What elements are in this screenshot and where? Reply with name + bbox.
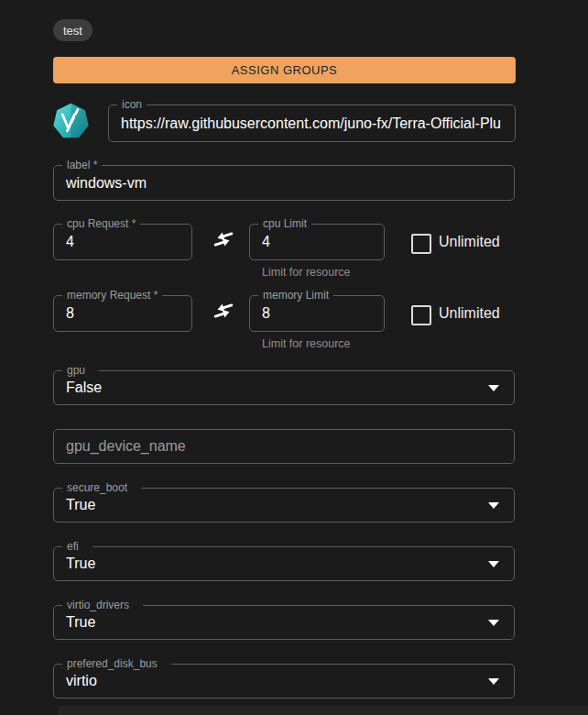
test-chip[interactable]: test (53, 19, 93, 41)
assign-groups-button[interactable]: ASSIGN GROUPS (53, 57, 516, 83)
label-input[interactable] (54, 166, 514, 200)
virtio-drivers-select-value: True (66, 614, 95, 631)
prefered-disk-bus-select-label: prefered_disk_bus (62, 657, 171, 671)
cpu-request-field[interactable]: cpu Request * (53, 224, 192, 260)
gpu-device-name-input[interactable] (54, 430, 514, 463)
memory-limit-field[interactable]: memory Limit (249, 295, 385, 332)
converge-arrows-icon[interactable] (210, 299, 237, 323)
cpu-unlimited-checkbox[interactable] (411, 234, 431, 254)
label-field[interactable]: label * (53, 165, 515, 201)
memory-limit-helper-text: Limit for resource (262, 337, 351, 350)
memory-limit-input[interactable] (250, 296, 384, 331)
secure-boot-select-value: True (66, 497, 95, 513)
cpu-request-input[interactable] (54, 225, 191, 259)
caret-down-icon (488, 620, 499, 626)
cpu-unlimited-label: Unlimited (439, 234, 500, 250)
icon-url-input[interactable] (109, 105, 515, 141)
memory-request-input[interactable] (54, 296, 191, 331)
cpu-limit-field[interactable]: cpu Limit (249, 224, 385, 260)
terra-vm-logo-icon (51, 102, 91, 141)
secure-boot-select-label: secure_boot (62, 481, 141, 495)
plugin-config-form: test ASSIGN GROUPS icon label * cpu Requ… (0, 0, 588, 715)
virtio-drivers-select-label: virtio_drivers (62, 599, 143, 612)
gpu-device-name-field[interactable] (53, 429, 515, 464)
caret-down-icon (488, 678, 499, 685)
caret-down-icon (488, 561, 499, 567)
memory-unlimited-label: Unlimited (439, 305, 500, 322)
cpu-limit-input[interactable] (250, 225, 384, 259)
memory-request-field[interactable]: memory Request * (53, 295, 192, 332)
test-chip-label: test (63, 24, 82, 38)
prefered-disk-bus-select-value: virtio (66, 673, 97, 689)
efi-select-value: True (66, 556, 95, 572)
gpu-select[interactable]: gpu False (53, 370, 515, 405)
caret-down-icon (488, 385, 499, 391)
caret-down-icon (488, 502, 499, 509)
next-card-edge (58, 706, 588, 715)
memory-unlimited-checkbox[interactable] (411, 305, 431, 325)
converge-arrows-icon[interactable] (210, 227, 237, 251)
secure-boot-select[interactable]: secure_boot True (53, 488, 515, 522)
gpu-select-value: False (66, 380, 102, 396)
efi-select[interactable]: efi True (53, 546, 515, 581)
icon-url-field[interactable]: icon (108, 104, 516, 142)
prefered-disk-bus-select[interactable]: prefered_disk_bus virtio (53, 664, 515, 698)
virtio-drivers-select[interactable]: virtio_drivers True (53, 605, 515, 640)
gpu-select-label: gpu (62, 364, 99, 378)
cpu-limit-helper-text: Limit for resource (262, 266, 351, 279)
efi-select-label: efi (62, 540, 93, 554)
